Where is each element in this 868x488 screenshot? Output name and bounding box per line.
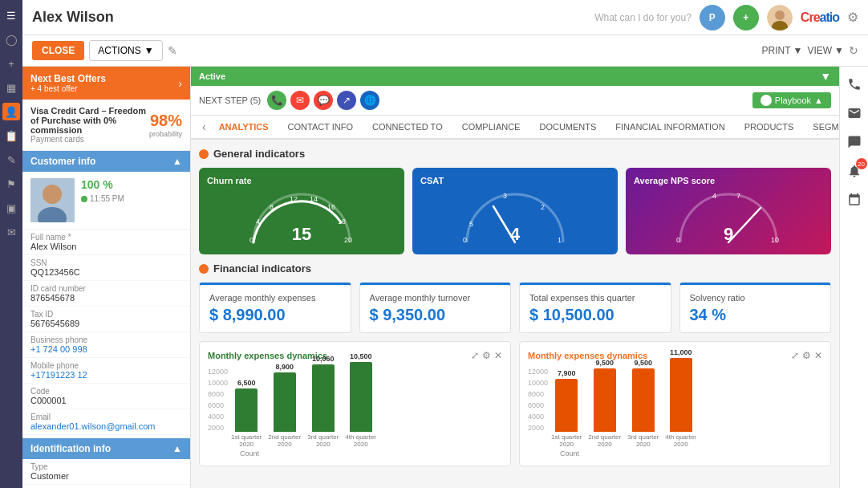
pencil-icon[interactable]: ✎ [168,44,177,57]
sidebar-flag-icon[interactable]: ⚑ [2,175,20,193]
svg-text:10: 10 [771,236,779,244]
tab-contact-info[interactable]: CONTACT INFO [278,116,363,140]
chart-expand-icon[interactable]: ⤢ [471,350,479,361]
user-avatar-blue[interactable]: P [700,5,725,31]
orange-chart-close-icon[interactable]: ✕ [814,350,822,361]
total-expenses-label: Total expenses this quarter [529,293,661,303]
gauge-row: Churn rate 0 4 8 12 14 16 [199,168,831,254]
tab-analytics[interactable]: ANALYTICS [209,116,278,140]
page-title: Alex Wilson [32,9,114,26]
total-expenses-value: $ 10,500.00 [529,306,661,324]
general-indicators-header: General indicators [199,148,831,160]
offer-name: Visa Credit Card – Freedom of Purchase w… [30,106,149,135]
view-button[interactable]: VIEW ▼ [807,45,844,56]
chart-settings-icon[interactable]: ⚙ [482,350,491,361]
svg-text:15: 15 [292,224,311,244]
step-icon-phone[interactable]: 📞 [267,91,286,110]
top-bar-left: Alex Wilson [32,9,114,26]
orange-chart-card: Monthly expenses dynamics ⤢ ⚙ ✕ 12000 [519,341,831,466]
section-dot-financial [199,264,209,274]
side-phone-icon[interactable] [843,73,866,96]
close-button[interactable]: CLOSE [32,41,84,60]
sidebar-home-icon[interactable]: ◯ [2,31,20,48]
tab-documents[interactable]: DOCUMENTS [529,116,606,140]
sidebar-mail-icon[interactable]: ✉ [2,223,20,241]
search-placeholder: What can I do for you? [594,12,692,23]
chart-close-icon[interactable]: ✕ [494,350,502,361]
actions-button[interactable]: ACTIONS ▼ [89,40,162,61]
customer-info-collapse-icon[interactable]: ▲ [172,156,182,167]
playbook-button[interactable]: Playbook ▲ [752,92,831,108]
side-email-icon[interactable] [843,102,866,124]
orange-bar-group-3: 9,500 3rd quarter2020 [627,359,659,448]
step-icon-arrow[interactable]: ↗ [337,91,356,110]
tab-financial-info[interactable]: FINANCIAL INFORMATION [606,116,734,140]
tab-compliance[interactable]: COMPLIANCE [452,116,530,140]
general-indicators-title: General indicators [213,148,305,160]
gear-icon[interactable]: ⚙ [847,10,858,25]
avg-monthly-turnover-value: $ 9,350.00 [370,306,501,324]
svg-text:9: 9 [724,224,733,244]
nps-card: Average NPS score 0 4 7 10 9 [626,168,831,254]
green-chart-card: Monthly expenses dynamics ⤢ ⚙ ✕ 12000 [199,341,511,466]
side-chat-icon[interactable] [843,131,866,153]
svg-text:2: 2 [541,203,545,211]
bar-group-2: 8,900 2nd quarter2020 [268,363,301,448]
side-calendar-icon[interactable] [843,189,866,211]
sidebar-user-icon[interactable]: 👤 [2,103,20,120]
side-bell-icon[interactable]: 20 [843,160,866,182]
user-avatar-green[interactable]: + [733,5,759,31]
green-chart-count-label: Count [240,449,502,458]
total-expenses-card: Total expenses this quarter $ 10,500.00 [519,283,671,333]
orange-bar-1 [555,379,578,432]
tabs-bar: ‹ ANALYTICS CONTACT INFO CONNECTED TO CO… [191,116,839,140]
financial-indicators-title: Financial indicators [213,262,311,274]
nps-title: Average NPS score [634,176,823,185]
svg-text:4: 4 [510,224,521,244]
sidebar-add-icon[interactable]: + [2,55,20,72]
tab-products[interactable]: PRODUCTS [735,116,804,140]
csat-card: CSAT 0 3 2 1 5 4 [412,168,618,254]
full-name-field: Full name * Alex Wilson [22,230,190,255]
toolbar-row: CLOSE ACTIONS ▼ ✎ PRINT ▼ VIEW ▼ ↻ [22,35,868,67]
orange-chart-expand-icon[interactable]: ⤢ [791,350,799,361]
sidebar-edit-icon[interactable]: ✎ [2,151,20,169]
print-button[interactable]: PRINT ▼ [762,45,803,56]
tab-segmentation[interactable]: SEGMENTATION [803,116,839,140]
avg-monthly-turnover-label: Average monthly turnover [370,293,501,303]
sidebar-menu-icon[interactable]: ☰ [2,6,20,24]
status-time: 11:55 PM [81,194,124,203]
tab-connected-to[interactable]: CONNECTED TO [363,116,452,140]
bar-4 [350,362,372,432]
email-field: Email alexander01.wilson@gmail.com [22,409,190,435]
identification-collapse-icon[interactable]: ▲ [172,443,182,454]
main-content: Alex Wilson What can I do for you? P + C… [22,0,868,488]
sidebar-box-icon[interactable]: ▣ [2,199,20,217]
step-icon-chat[interactable]: 💬 [314,91,333,110]
offer-probability: 98% [149,112,182,130]
sidebar-tasks-icon[interactable]: 📋 [2,127,20,144]
svg-text:0: 0 [463,236,467,244]
orange-chart-settings-icon[interactable]: ⚙ [802,350,811,361]
customer-info-header: Customer info ▲ [22,151,190,172]
offer-card[interactable]: Visa Credit Card – Freedom of Purchase w… [22,100,190,151]
customer-info-title: Customer info [30,156,95,167]
solvency-ratio-card: Solvency ratio 34 % [679,283,832,333]
nbo-sub: + 4 best offer [30,84,106,93]
step-icon-globe[interactable]: 🌐 [360,91,379,110]
next-best-offer[interactable]: Next Best Offers + 4 best offer › [22,67,190,100]
bar-group-4: 10,500 4th quarter2020 [345,352,376,448]
user-avatar-photo[interactable] [767,5,793,31]
step-icon-email[interactable]: ✉ [290,91,310,110]
orange-bar-group-2: 9,500 2nd quarter2020 [588,359,621,448]
type-field: Type Customer [22,459,190,485]
refresh-icon[interactable]: ↻ [849,44,858,57]
tab-prev-icon[interactable]: ‹ [199,120,209,133]
sidebar-grid-icon[interactable]: ▦ [2,79,20,96]
active-chevron-icon[interactable]: ▼ [820,70,831,83]
next-step-label: NEXT STEP (5) [199,96,261,105]
svg-point-1 [775,10,785,20]
solvency-ratio-label: Solvency ratio [690,293,821,303]
customer-photo-row: 100 % 11:55 PM [22,172,190,230]
ssn-field: SSN QQ123456C [22,255,190,281]
